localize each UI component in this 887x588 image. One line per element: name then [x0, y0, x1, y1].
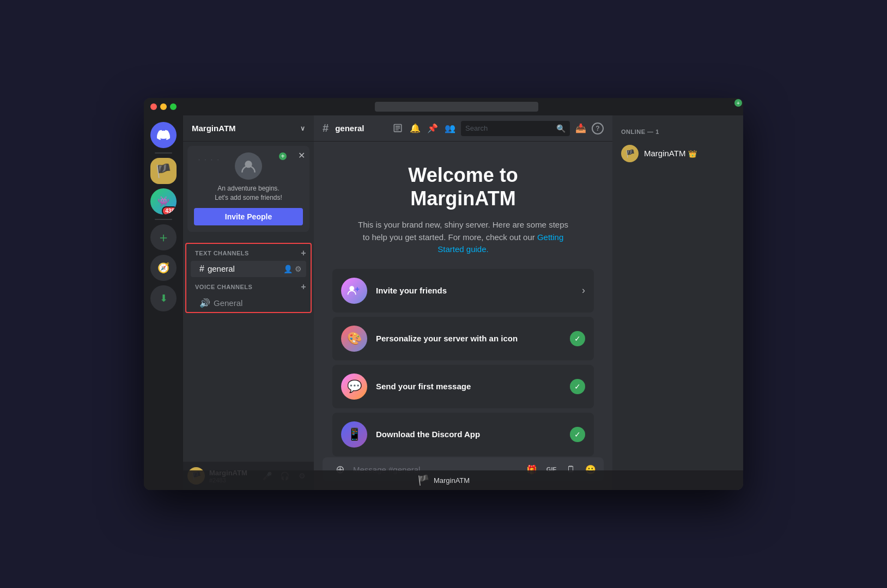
task-download-app-text: Download the Discord App	[376, 430, 561, 439]
channel-actions: 👤 ⚙	[283, 265, 302, 273]
url-bar-area	[177, 102, 737, 112]
voice-channels-category: VOICE CHANNELS +	[186, 278, 311, 294]
discord-home-button[interactable]	[150, 122, 177, 148]
help-button[interactable]: ?	[592, 122, 604, 134]
server-divider-2	[155, 219, 172, 220]
message-icon: 💬	[341, 373, 367, 400]
task-download-app-title: Download the Discord App	[376, 430, 561, 439]
invite-people-button[interactable]: Invite People	[194, 208, 303, 225]
speaker-icon: 🔊	[199, 298, 210, 308]
task-send-message-title: Send your first message	[376, 382, 561, 391]
task-download-action: ✓	[570, 427, 585, 442]
message-check-icon: ✓	[570, 379, 585, 394]
task-invite-friends-action: ›	[582, 285, 585, 296]
members-section-title: ONLINE — 1	[617, 124, 739, 139]
inbox-button[interactable]: 📥	[574, 122, 587, 135]
channel-section-highlighted: TEXT CHANNELS + # general 👤 ⚙ VOICE CHAN…	[185, 243, 312, 313]
chevron-right-icon: ›	[582, 285, 585, 296]
download-check-icon: ✓	[570, 427, 585, 442]
add-member-icon[interactable]: 👤	[283, 265, 293, 273]
members-button[interactable]: 👥	[444, 122, 457, 135]
mac-dock: 🏴 MarginATM	[144, 470, 743, 490]
task-invite-friends[interactable]: + Invite your friends ›	[332, 269, 594, 313]
server-header[interactable]: MarginATM ∨	[183, 115, 314, 142]
chevron-down-icon: ∨	[300, 125, 305, 132]
invite-friends-icon: +	[341, 278, 367, 304]
welcome-title: Welcome toMarginATM	[408, 163, 518, 210]
add-server-button[interactable]: ＋	[150, 224, 177, 250]
channel-item-general-voice[interactable]: 🔊 General	[191, 295, 306, 311]
welcome-area: Welcome toMarginATM This is your brand n…	[314, 142, 612, 457]
window-controls	[150, 103, 177, 110]
task-list: + Invite your friends › 🎨	[332, 269, 594, 456]
explore-servers-button[interactable]: 🧭	[150, 255, 177, 281]
invite-avatar-plus-icon: +	[278, 151, 288, 161]
task-send-message[interactable]: 💬 Send your first message ✓	[332, 365, 594, 408]
server-divider	[155, 152, 172, 154]
hash-icon: #	[199, 264, 204, 274]
invite-card-text: An adventure begins. Let's add some frie…	[194, 184, 303, 203]
channel-sidebar: MarginATM ∨ ✕ · · · · + An adventure b	[183, 115, 314, 490]
invite-card: ✕ · · · · + An adventure begins. Let's a…	[187, 146, 309, 232]
search-bar: 🔍	[461, 121, 570, 136]
add-channel-button[interactable]: +	[301, 248, 306, 258]
invite-avatar	[235, 152, 262, 180]
task-send-message-text: Send your first message	[376, 382, 561, 391]
server-icons-sidebar: 🏴 👾 438 ＋ 🧭 ⬇	[144, 115, 183, 490]
discord-app: 🏴 👾 438 ＋ 🧭 ⬇ MarginA	[144, 115, 743, 490]
member-name-wrapper: MarginATM 👑	[644, 149, 734, 158]
download-apps-button[interactable]: ⬇	[150, 285, 177, 311]
notification-button[interactable]: 🔔	[409, 122, 422, 135]
server-icon-guild2[interactable]: 👾 438	[150, 188, 177, 215]
task-personalize-title: Personalize your server with an icon	[376, 334, 561, 343]
task-invite-friends-title: Invite your friends	[376, 286, 573, 295]
channel-header: # general 🔔 📌 👥 🔍 📥	[314, 115, 612, 142]
add-voice-channel-button[interactable]: +	[301, 282, 306, 292]
header-actions: 🔔 📌 👥 🔍 📥 ?	[391, 121, 604, 136]
svg-point-1	[349, 286, 354, 291]
welcome-description: This is your brand new, shiny server. He…	[354, 219, 572, 256]
download-icon: 📱	[341, 421, 367, 448]
server-icon-margintam[interactable]: 🏴	[150, 158, 177, 184]
search-icon: 🔍	[556, 124, 566, 133]
channel-item-general[interactable]: # general 👤 ⚙	[191, 261, 306, 277]
task-send-message-action: ✓	[570, 379, 585, 394]
member-name-margintam: MarginATM	[644, 149, 685, 158]
task-personalize[interactable]: 🎨 Personalize your server with an icon ✓	[332, 317, 594, 360]
mac-titlebar	[144, 98, 743, 115]
members-panel: ONLINE — 1 🏴 MarginATM 👑	[612, 115, 743, 490]
task-invite-friends-text: Invite your friends	[376, 286, 573, 295]
personalize-check-icon: ✓	[570, 331, 585, 346]
channel-header-hash-icon: #	[323, 122, 329, 134]
main-content: # general 🔔 📌 👥 🔍 📥	[314, 115, 612, 490]
minimize-button[interactable]	[160, 103, 167, 110]
member-avatar-margintam: 🏴	[621, 145, 639, 162]
threads-button[interactable]	[391, 122, 404, 135]
dock-app-label: MarginATM	[434, 476, 470, 485]
pin-button[interactable]: 📌	[426, 122, 439, 135]
channel-name-general: general	[208, 264, 280, 273]
text-channels-category: TEXT CHANNELS +	[186, 244, 311, 260]
personalize-icon: 🎨	[341, 326, 367, 352]
settings-icon[interactable]: ⚙	[295, 265, 302, 273]
close-button[interactable]	[150, 103, 157, 110]
maximize-button[interactable]	[170, 103, 177, 110]
url-bar	[375, 102, 538, 112]
member-item-margintam[interactable]: 🏴 MarginATM 👑	[617, 142, 739, 166]
crown-icon: 👑	[688, 150, 697, 158]
task-personalize-action: ✓	[570, 331, 585, 346]
server-name: MarginATM	[192, 124, 298, 133]
task-personalize-text: Personalize your server with an icon	[376, 334, 561, 343]
search-input[interactable]	[465, 124, 552, 132]
notification-badge: 438	[162, 206, 177, 215]
channel-header-name: general	[335, 124, 364, 133]
dock-app-icon: 🏴	[417, 474, 429, 486]
channel-list: TEXT CHANNELS + # general 👤 ⚙ VOICE CHAN…	[183, 236, 314, 462]
decorative-dots: · · · ·	[198, 157, 220, 163]
voice-channel-name-general: General	[214, 298, 302, 308]
task-download-app[interactable]: 📱 Download the Discord App ✓	[332, 413, 594, 456]
invite-avatar-area: · · · · +	[194, 152, 303, 180]
